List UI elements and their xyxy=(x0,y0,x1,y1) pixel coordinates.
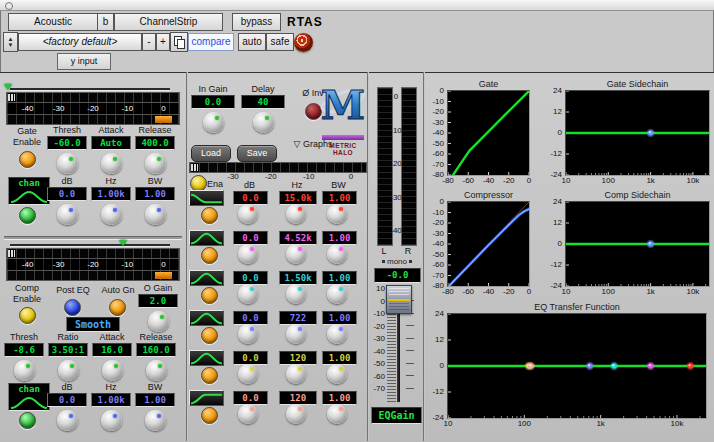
ogain-knob[interactable] xyxy=(148,311,169,332)
eq-band-gain-knob[interactable] xyxy=(238,204,258,224)
eqgain-fader-handle[interactable] xyxy=(386,285,412,314)
eq-band-bw-knob[interactable] xyxy=(327,404,347,424)
eq-band-bw-knob[interactable] xyxy=(327,284,347,304)
eq-band-shape-button[interactable] xyxy=(189,270,224,286)
track-selector[interactable]: Acoustic xyxy=(8,13,98,31)
eq-band-enable-led[interactable] xyxy=(201,367,218,384)
gate-threshold-slider[interactable] xyxy=(10,88,170,90)
eq-band-freq-knob[interactable] xyxy=(286,364,306,384)
gate-enable-led[interactable] xyxy=(19,151,36,168)
preset-prev-button[interactable]: - xyxy=(142,33,156,51)
eq-band-gain-knob[interactable] xyxy=(238,404,258,424)
comp-attack-knob[interactable] xyxy=(102,360,123,381)
comp-sidechain-listen-led[interactable] xyxy=(19,412,36,429)
comp-ratio-knob[interactable] xyxy=(58,360,79,381)
eq-band-freq-knob[interactable] xyxy=(286,284,306,304)
comp-sidechain-channel-display[interactable]: chan xyxy=(8,383,50,411)
eq-band-freq-knob[interactable] xyxy=(286,204,306,224)
comp-sc-gain-knob[interactable] xyxy=(57,410,78,431)
auto-button[interactable]: auto xyxy=(238,33,266,51)
preset-selector[interactable]: <factory default> xyxy=(18,33,142,51)
eq-band-freq-value[interactable]: 4.52k xyxy=(279,231,317,245)
gate-sidechain-listen-led[interactable] xyxy=(19,207,36,224)
comp-threshold-marker[interactable] xyxy=(119,240,127,246)
eq-band-enable-led[interactable] xyxy=(201,207,218,224)
eq-band-bw-knob[interactable] xyxy=(327,324,347,344)
eq-band-enable-led[interactable] xyxy=(201,287,218,304)
autogain-led[interactable] xyxy=(109,299,126,316)
plugin-selector[interactable]: ChannelStrip xyxy=(114,13,223,31)
eq-band-gain-knob[interactable] xyxy=(238,364,258,384)
posteq-led[interactable] xyxy=(64,299,81,316)
eq-band-gain-knob[interactable] xyxy=(238,324,258,344)
ogain-value[interactable]: 2.0 xyxy=(138,294,178,308)
gate-attack-value[interactable]: Auto xyxy=(91,136,131,150)
eq-band-bw-knob[interactable] xyxy=(327,244,347,264)
load-button[interactable]: Load xyxy=(191,145,231,162)
mono-indicator[interactable]: mono xyxy=(370,257,424,266)
eq-band-bw-knob[interactable] xyxy=(327,364,347,384)
ingain-knob[interactable] xyxy=(203,112,224,133)
eq-band-enable-led[interactable] xyxy=(201,327,218,344)
gate-thresh-knob[interactable] xyxy=(57,153,78,174)
eq-band-bw-value[interactable]: 1.00 xyxy=(322,311,357,325)
gate-sc-freq-knob[interactable] xyxy=(101,204,122,225)
eq-band-freq-knob[interactable] xyxy=(286,244,306,264)
save-button[interactable]: Save xyxy=(237,145,277,162)
eq-band-enable-led[interactable] xyxy=(201,247,218,264)
eq-band-bw-value[interactable]: 1.00 xyxy=(322,351,357,365)
gate-attack-knob[interactable] xyxy=(101,153,122,174)
comp-thresh-value[interactable]: -8.6 xyxy=(4,343,44,357)
eq-band-gain-knob[interactable] xyxy=(238,284,258,304)
eq-band-gain-value[interactable]: 0.0 xyxy=(233,311,268,325)
key-input-selector[interactable]: y input xyxy=(57,53,111,70)
gate-sc-gain-knob[interactable] xyxy=(57,204,78,225)
comp-enable-led[interactable] xyxy=(19,307,36,324)
comp-attack-value[interactable]: 16.0 xyxy=(92,343,132,357)
eq-band-gain-value[interactable]: 0.0 xyxy=(233,391,268,405)
gate-release-knob[interactable] xyxy=(145,153,166,174)
comp-ratio-value[interactable]: 3.50:1 xyxy=(48,343,88,357)
eq-band-freq-value[interactable]: 722 xyxy=(279,311,317,325)
eq-band-bw-knob[interactable] xyxy=(327,204,347,224)
eq-band-shape-button[interactable] xyxy=(189,230,224,246)
bypass-button[interactable]: bypass xyxy=(232,13,281,31)
eq-band-gain-knob[interactable] xyxy=(238,244,258,264)
comp-sc-bw-value[interactable]: 1.00 xyxy=(135,393,175,407)
comp-release-value[interactable]: 160.0 xyxy=(136,343,176,357)
b-button[interactable]: b xyxy=(97,13,114,31)
eq-band-shape-button[interactable] xyxy=(189,390,224,406)
eq-band-gain-value[interactable]: 0.0 xyxy=(233,231,268,245)
comp-sc-gain-value[interactable]: 0.0 xyxy=(47,393,87,407)
comp-thresh-knob[interactable] xyxy=(14,360,35,381)
eq-band-bw-value[interactable]: 1.00 xyxy=(322,191,357,205)
eq-band-bw-value[interactable]: 1.00 xyxy=(322,271,357,285)
eq-band-enable-led[interactable] xyxy=(201,407,218,424)
eq-band-freq-knob[interactable] xyxy=(286,324,306,344)
eq-band-gain-value[interactable]: 0.0 xyxy=(233,191,268,205)
eq-gain-readout[interactable]: -0.0 xyxy=(374,268,421,283)
safe-button[interactable]: safe xyxy=(266,33,294,51)
close-button[interactable] xyxy=(5,2,13,10)
eq-band-freq-knob[interactable] xyxy=(286,404,306,424)
comp-knee-display[interactable]: Smooth xyxy=(66,317,120,332)
eq-band-shape-button[interactable] xyxy=(189,350,224,366)
eq-band-freq-value[interactable]: 120 xyxy=(279,391,317,405)
comp-threshold-slider[interactable] xyxy=(10,244,170,246)
compare-button[interactable]: compare xyxy=(188,33,234,51)
gate-sc-freq-value[interactable]: 1.00k xyxy=(91,187,131,201)
eq-band-bw-value[interactable]: 1.00 xyxy=(322,231,357,245)
eq-band-gain-value[interactable]: 0.0 xyxy=(233,271,268,285)
comp-release-knob[interactable] xyxy=(146,360,167,381)
ingain-value[interactable]: 0.0 xyxy=(191,95,235,109)
eq-band-bw-value[interactable]: 1.00 xyxy=(322,391,357,405)
gate-thresh-value[interactable]: -60.0 xyxy=(47,136,87,150)
preset-next-button[interactable]: + xyxy=(156,33,170,51)
eq-band-freq-value[interactable]: 120 xyxy=(279,351,317,365)
comp-sc-bw-knob[interactable] xyxy=(145,410,166,431)
gate-sc-bw-knob[interactable] xyxy=(145,204,166,225)
copy-settings-icon[interactable] xyxy=(170,32,188,52)
target-icon[interactable] xyxy=(294,33,313,52)
eq-band-freq-value[interactable]: 1.50k xyxy=(279,271,317,285)
gate-threshold-marker[interactable] xyxy=(4,84,12,90)
